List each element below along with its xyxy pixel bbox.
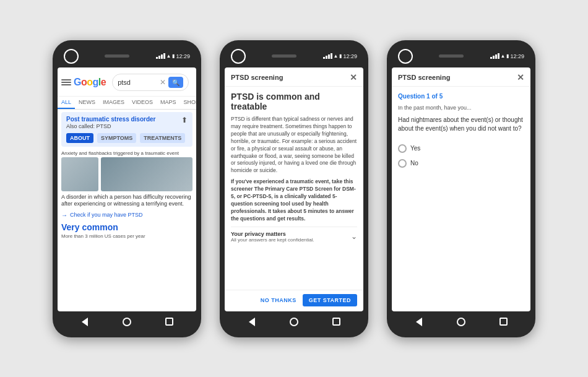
phone-3-camera — [398, 49, 413, 64]
question-number: Question 1 of 5 — [398, 93, 524, 100]
image-caption: Anxiety and flashbacks triggered by a tr… — [61, 149, 192, 157]
modal-footer: NO THANKS GET STARTED — [225, 290, 363, 311]
home-button-2[interactable] — [288, 316, 300, 327]
wifi-icon: ▲ — [166, 53, 171, 59]
back-button[interactable] — [79, 316, 90, 327]
phone-2-nav-bar — [225, 311, 363, 330]
phone-2-status-bar: ▲ ▮ 12:29 — [323, 53, 357, 59]
chevron-down-icon[interactable]: ⌄ — [351, 232, 357, 241]
ptsd-screening-modal: PTSD screening ✕ PTSD is common and trea… — [225, 67, 363, 311]
search-top-bar: Google ptsd ✕ 🔍 — [58, 67, 196, 97]
search-clear-icon[interactable]: ✕ — [160, 78, 166, 87]
time-display-3: 12:29 — [510, 53, 524, 59]
result-card: Post traumatic stress disorder Also call… — [61, 112, 192, 147]
modal-bold-span: If you've experienced a traumatic event,… — [231, 178, 356, 221]
result-tab-symptoms[interactable]: SYMPTOMS — [97, 133, 136, 143]
home-button-3[interactable] — [456, 316, 467, 327]
recent-button-2[interactable] — [331, 316, 342, 327]
phone-2-speaker — [272, 54, 296, 58]
result-tab-about[interactable]: ABOUT — [66, 133, 93, 143]
recent-button[interactable] — [163, 316, 175, 327]
result-image-row — [61, 157, 192, 191]
tab-maps[interactable]: MAPS — [157, 97, 180, 109]
phone-1-speaker — [105, 54, 129, 58]
very-common-sublabel: More than 3 million US cases per year — [61, 233, 192, 239]
google-logo: Google — [74, 77, 106, 88]
tab-images[interactable]: IMAGES — [99, 97, 128, 109]
recent-button-3[interactable] — [498, 316, 509, 327]
radio-options: Yes No — [398, 144, 524, 168]
wifi-icon-3: ▲ — [501, 53, 506, 59]
modal-body-text-bold: If you've experienced a traumatic event,… — [231, 178, 357, 222]
modal-header: PTSD screening ✕ — [225, 67, 363, 87]
close-icon-3[interactable]: ✕ — [517, 72, 524, 82]
signal-icon — [156, 53, 165, 59]
phone-1-screen: Google ptsd ✕ 🔍 ALL NEWS IMAGES VI — [58, 67, 196, 311]
privacy-info: Your privacy matters All your answers ar… — [231, 231, 314, 243]
share-icon[interactable]: ⬆ — [181, 116, 188, 124]
get-started-button[interactable]: GET STARTED — [303, 294, 357, 306]
radio-yes[interactable]: Yes — [398, 144, 524, 153]
result-tabs: ABOUT SYMPTOMS TREATMENTS — [66, 133, 188, 143]
signal-icon-3 — [490, 53, 499, 59]
search-tabs: ALL NEWS IMAGES VIDEOS MAPS SHOPPI — [58, 97, 196, 110]
back-button-2[interactable] — [246, 316, 257, 327]
no-thanks-button[interactable]: NO THANKS — [261, 297, 296, 303]
result-image-1 — [61, 157, 98, 191]
phone-3: ▲ ▮ 12:29 PTSD screening ✕ Question 1 of… — [387, 40, 535, 337]
result-image-2 — [101, 157, 192, 191]
arrow-right-icon: → — [61, 212, 67, 219]
phone-3-speaker — [439, 54, 464, 58]
phone-3-nav-bar — [392, 311, 530, 330]
close-icon[interactable]: ✕ — [350, 72, 357, 82]
result-title: Post traumatic stress disorder — [66, 116, 156, 123]
phone-1-camera — [64, 49, 79, 64]
phone-1: ▲ ▮ 12:29 Google ptsd — [53, 40, 201, 337]
battery-icon: ▮ — [172, 53, 175, 59]
modal-title: PTSD screening — [231, 74, 283, 81]
question-body: Question 1 of 5 In the past month, have … — [392, 87, 530, 311]
question-screen-title: PTSD screening — [398, 74, 450, 81]
search-query: ptsd — [118, 79, 157, 86]
modal-body-text: PTSD is different than typical sadness o… — [231, 116, 357, 175]
result-images: Anxiety and flashbacks triggered by a tr… — [61, 149, 192, 157]
question-prompt: In the past month, have you... — [398, 105, 524, 111]
privacy-subtitle: All your answers are kept confidential. — [231, 237, 314, 243]
question-text: Had nightmares about the event(s) or tho… — [398, 116, 524, 133]
radio-circle-yes — [398, 144, 407, 153]
very-common-label: Very common — [61, 222, 192, 232]
phone-3-device: ▲ ▮ 12:29 PTSD screening ✕ Question 1 of… — [387, 40, 535, 337]
option-no-label: No — [410, 160, 418, 167]
tab-news[interactable]: NEWS — [75, 97, 99, 109]
search-bar[interactable]: ptsd ✕ 🔍 — [112, 74, 189, 91]
time-display-2: 12:29 — [343, 53, 357, 59]
search-submit-icon: 🔍 — [172, 79, 179, 86]
phone-3-status-bar: ▲ ▮ 12:29 — [490, 53, 524, 59]
privacy-title: Your privacy matters — [231, 231, 314, 237]
question-screen: PTSD screening ✕ Question 1 of 5 In the … — [392, 67, 530, 311]
privacy-row: Your privacy matters All your answers ar… — [231, 227, 357, 243]
search-submit-button[interactable]: 🔍 — [168, 77, 183, 88]
radio-no[interactable]: No — [398, 159, 524, 168]
battery-icon-3: ▮ — [506, 53, 509, 59]
check-link[interactable]: → Check if you may have PTSD — [61, 212, 192, 219]
phone-2-device: ▲ ▮ 12:29 PTSD screening ✕ PTSD is commo… — [220, 40, 368, 337]
result-tab-treatments[interactable]: TREATMENTS — [140, 133, 185, 143]
back-button-3[interactable] — [413, 316, 425, 327]
tab-shopping[interactable]: SHOPPI — [180, 97, 196, 109]
phone-1-nav-bar — [58, 311, 196, 330]
home-button[interactable] — [121, 316, 132, 327]
option-yes-label: Yes — [410, 145, 420, 152]
battery-icon-2: ▮ — [339, 53, 342, 59]
tab-all[interactable]: ALL — [58, 97, 75, 109]
tab-videos[interactable]: VIDEOS — [128, 97, 157, 109]
result-subtitle: Also called: PTSD — [66, 123, 156, 129]
phone-2-camera — [231, 49, 246, 64]
signal-icon-2 — [323, 53, 332, 59]
hamburger-menu-icon[interactable] — [61, 79, 71, 85]
result-description: A disorder in which a person has difficu… — [61, 194, 192, 208]
phone-3-top-bar: ▲ ▮ 12:29 — [392, 48, 530, 67]
phone-1-device: ▲ ▮ 12:29 Google ptsd — [53, 40, 201, 337]
question-header: PTSD screening ✕ — [392, 67, 530, 87]
modal-body: PTSD is common and treatable PTSD is dif… — [225, 87, 363, 290]
